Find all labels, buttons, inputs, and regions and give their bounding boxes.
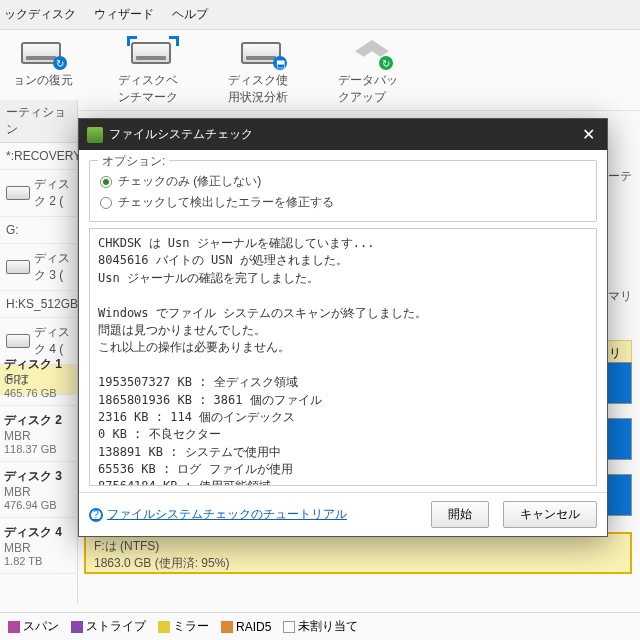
radio-check-only[interactable]: チェックのみ (修正しない) [100, 171, 586, 192]
options-legend: オプション: [98, 153, 169, 170]
start-button[interactable]: 開始 [431, 501, 489, 528]
close-icon[interactable]: ✕ [578, 125, 599, 144]
cancel-button[interactable]: キャンセル [503, 501, 597, 528]
radio-dot-icon [100, 176, 112, 188]
options-group: オプション: チェックのみ (修正しない) チェックして検出したエラーを修正する [89, 160, 597, 222]
dialog-footer: ?ファイルシステムチェックのチュートリアル 開始 キャンセル [79, 492, 607, 536]
tutorial-link[interactable]: ?ファイルシステムチェックのチュートリアル [89, 506, 347, 523]
app-icon [87, 127, 103, 143]
log-output: CHKDSK は Usn ジャーナルを確認しています... 8045616 バイ… [89, 228, 597, 486]
radio-check-fix[interactable]: チェックして検出したエラーを修正する [100, 192, 586, 213]
dialog-title: ファイルシステムチェック [109, 126, 253, 143]
help-icon: ? [89, 508, 103, 522]
radio-dot-icon [100, 197, 112, 209]
fscheck-dialog: ファイルシステムチェック ✕ オプション: チェックのみ (修正しない) チェッ… [78, 118, 608, 537]
dialog-titlebar: ファイルシステムチェック ✕ [79, 119, 607, 150]
